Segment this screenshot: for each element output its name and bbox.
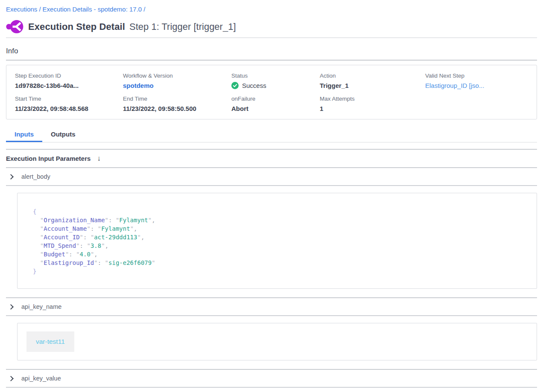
success-check-icon xyxy=(231,82,239,89)
info-field-onfailure: onFailureAbort xyxy=(231,96,320,112)
info-field-label: Valid Next Step xyxy=(425,73,532,79)
breadcrumb-separator: / xyxy=(142,6,147,13)
info-field-label: onFailure xyxy=(231,96,320,102)
status-badge: Success xyxy=(242,82,266,89)
info-field-label: Status xyxy=(231,73,320,79)
json-code-block: { "Organization_Name": "Fylamynt", "Acco… xyxy=(33,207,528,276)
header-divider xyxy=(6,38,537,38)
param-value-panel: var-test11 xyxy=(17,323,537,360)
info-field-value: 1 xyxy=(320,105,425,112)
breadcrumb: Executions/Execution Details - spotdemo:… xyxy=(6,0,537,13)
params-header: Execution Input Parameters ↓ xyxy=(6,150,537,168)
info-field-label: Workflow & Version xyxy=(123,73,231,79)
info-divider xyxy=(6,60,537,61)
info-field-label: Action xyxy=(320,73,425,79)
info-field-value: Trigger_1 xyxy=(320,82,425,89)
breadcrumb-link[interactable]: Executions xyxy=(6,6,37,13)
info-field-value: Abort xyxy=(231,105,320,112)
info-section-heading: Info xyxy=(6,47,537,55)
info-field-status: StatusSuccess xyxy=(231,73,320,89)
info-field-value: 11/23/2022, 09:58:48.568 xyxy=(15,105,123,112)
info-field-value: 1d97828c-13b6-40a... xyxy=(15,82,123,89)
fylamynt-logo-icon xyxy=(6,20,23,34)
chevron-right-icon xyxy=(8,304,14,310)
page-subtitle: Step 1: Trigger [trigger_1] xyxy=(129,21,236,32)
info-field-action: ActionTrigger_1 xyxy=(320,73,425,89)
info-field-end-time: End Time11/23/2022, 09:58:50.500 xyxy=(123,96,231,112)
info-field-value[interactable]: spotdemo xyxy=(123,82,231,89)
info-field-start-time: Start Time11/23/2022, 09:58:48.568 xyxy=(15,96,123,112)
info-field-label: Max Attempts xyxy=(320,96,425,102)
param-row-api_key_name[interactable]: api_key_name xyxy=(6,298,537,316)
params-header-label: Execution Input Parameters xyxy=(6,155,90,162)
info-card: Step Execution ID1d97828c-13b6-40a...Wor… xyxy=(6,65,537,119)
param-name: api_key_name xyxy=(21,303,61,310)
page-header: Execution Step Detail Step 1: Trigger [t… xyxy=(6,20,537,34)
tab-outputs[interactable]: Outputs xyxy=(42,128,84,142)
param-row-alert_body[interactable]: alert_body xyxy=(6,168,537,186)
param-value-badge: var-test11 xyxy=(26,331,74,352)
chevron-right-icon xyxy=(8,376,14,381)
parameters-list: alert_body{ "Organization_Name": "Fylamy… xyxy=(6,168,537,388)
info-field-value: 11/23/2022, 09:58:50.500 xyxy=(123,105,231,112)
info-field-step-execution-id: Step Execution ID1d97828c-13b6-40a... xyxy=(15,73,123,89)
tab-inputs[interactable]: Inputs xyxy=(6,128,42,142)
param-name: alert_body xyxy=(21,173,50,180)
info-field-workflow-version: Workflow & Versionspotdemo xyxy=(123,73,231,89)
info-field-valid-next-step: Valid Next StepElastigroup_ID [jso... xyxy=(425,73,532,89)
info-grid: Step Execution ID1d97828c-13b6-40a...Wor… xyxy=(15,73,532,112)
param-name: api_key_value xyxy=(21,375,61,382)
page-title: Execution Step Detail xyxy=(28,21,125,32)
breadcrumb-separator: / xyxy=(37,6,42,13)
info-field-label: End Time xyxy=(123,96,231,102)
param-row-api_key_value[interactable]: api_key_value xyxy=(6,370,537,388)
param-json-panel: { "Organization_Name": "Fylamynt", "Acco… xyxy=(17,193,537,289)
info-field-label: Step Execution ID xyxy=(15,73,123,79)
chevron-right-icon xyxy=(8,174,14,180)
info-field-label: Start Time xyxy=(15,96,123,102)
status-value: Success xyxy=(231,82,320,89)
breadcrumb-link[interactable]: Execution Details - spotdemo: 17.0 xyxy=(43,6,142,13)
info-field-max-attempts: Max Attempts1 xyxy=(320,96,425,112)
tab-bar: InputsOutputs xyxy=(6,128,537,142)
collapse-all-arrow-icon[interactable]: ↓ xyxy=(97,154,101,163)
info-field-value[interactable]: Elastigroup_ID [jso... xyxy=(425,82,532,89)
